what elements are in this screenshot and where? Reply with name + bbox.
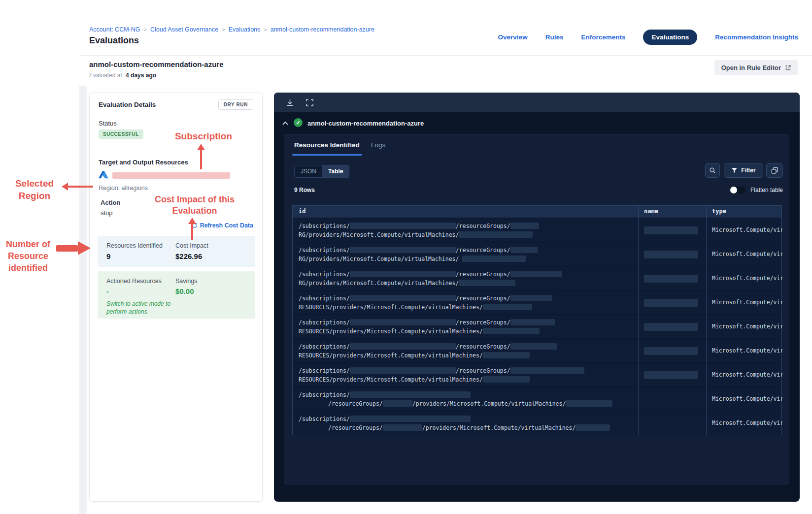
redacted-value: [462, 256, 526, 262]
actioned-resources-label: Actioned Resources: [106, 278, 162, 285]
results-inner-card: Resources Identified Logs JSON Table Fil…: [284, 134, 789, 484]
run-title: anmol-custom-recommendation-azure: [307, 120, 424, 127]
view-toggle-json[interactable]: JSON: [295, 165, 322, 177]
view-toggle-table[interactable]: Table: [322, 165, 349, 177]
action-value: stop: [101, 209, 113, 217]
redacted-value: [459, 231, 533, 238]
collapse-chevron-icon[interactable]: [282, 121, 288, 125]
column-header-name[interactable]: name: [638, 206, 706, 218]
filter-button[interactable]: Filter: [724, 163, 763, 178]
redacted-value: [510, 367, 584, 374]
column-separator: [706, 206, 707, 435]
status-badge: SUCCESSFUL: [99, 129, 143, 139]
column-header-type[interactable]: type: [706, 206, 782, 218]
nav-tab-evaluations[interactable]: Evaluations: [643, 30, 697, 45]
nav-tab-enforcements[interactable]: Enforcements: [581, 33, 625, 41]
cell-id: /subscriptions//resourceGroups/RG/provid…: [293, 267, 638, 290]
table-row[interactable]: /subscriptions//resourceGroups/RG/provid…: [293, 243, 781, 266]
table-row[interactable]: /subscriptions//resourceGroups/RESOURCES…: [293, 291, 781, 314]
redacted-value: [483, 328, 540, 334]
copy-button[interactable]: [766, 163, 783, 178]
cell-type: Microsoft.Compute/virtu: [706, 243, 782, 266]
copy-icon: [771, 167, 778, 174]
cell-type: Microsoft.Compute/virtu: [706, 291, 782, 314]
annotation-arrow-left-icon: [62, 183, 68, 191]
text-line: Number of: [0, 238, 56, 250]
redacted-value: [350, 343, 456, 350]
region-text: Region: allregions: [99, 185, 148, 192]
view-toggle: JSON Table: [294, 165, 349, 178]
redacted-name: [644, 226, 698, 234]
open-rule-editor-button[interactable]: Open in Rule Editor: [714, 60, 798, 75]
cell-type: Microsoft.Compute/virtu: [706, 340, 782, 362]
cell-name: [638, 243, 706, 266]
redacted-value: [566, 400, 612, 407]
tab-resources-identified[interactable]: Resources Identified: [294, 141, 360, 149]
download-icon[interactable]: [285, 97, 295, 107]
cell-type: Microsoft.Compute/virtu: [706, 316, 782, 338]
nav-tab-recommendation-insights[interactable]: Recommendation Insights: [715, 33, 798, 41]
table-row[interactable]: /subscriptions//resourceGroups//provider…: [293, 412, 781, 435]
table-row[interactable]: /subscriptions//resourceGroups/RG/provid…: [293, 219, 781, 242]
dry-run-badge: DRY RUN: [218, 99, 253, 110]
text-line: Region: [3, 190, 66, 202]
search-icon: [709, 167, 716, 174]
tab-logs[interactable]: Logs: [371, 141, 385, 149]
evaluation-details-card: Evaluation Details DRY RUN Status SUCCES…: [89, 93, 263, 502]
text-line: Resource: [0, 250, 56, 262]
cell-type: Microsoft.Compute/virtu: [706, 412, 782, 435]
table-row[interactable]: /subscriptions//resourceGroups//provider…: [293, 388, 781, 411]
refresh-icon: [192, 223, 198, 228]
redacted-name: [644, 323, 698, 331]
refresh-cost-data-link[interactable]: Refresh Cost Data: [192, 222, 253, 229]
fullscreen-icon[interactable]: [304, 97, 314, 107]
table-row[interactable]: /subscriptions//resourceGroups/RESOURCES…: [293, 316, 781, 338]
breadcrumb-item[interactable]: Account: CCM-NG: [89, 26, 140, 33]
breadcrumb-item[interactable]: anmol-custom-recommendation-azure: [271, 26, 374, 33]
text-line: perform actions: [106, 308, 170, 316]
table-row[interactable]: /subscriptions//resourceGroups/RG/provid…: [293, 267, 781, 290]
breadcrumb: Account: CCM-NG>Cloud Asset Governance>E…: [89, 26, 374, 33]
redacted-value: [459, 280, 515, 286]
actioned-savings-box: Actioned Resources - Savings $0.00 Switc…: [98, 271, 255, 319]
redacted-value: [483, 376, 530, 383]
evaluated-at: Evaluated at:4 days ago: [89, 72, 156, 79]
redacted-value: [350, 295, 456, 301]
external-link-icon: [785, 64, 791, 71]
cell-name: [638, 291, 706, 314]
cell-name: [638, 388, 706, 411]
subscription-redacted-bar: [112, 172, 230, 179]
annotation-number-of-resources: Number ofResourceidentified: [0, 238, 56, 274]
flatten-table-toggle[interactable]: [731, 187, 745, 193]
redacted-name: [644, 251, 698, 258]
nav-tab-overview[interactable]: Overview: [498, 33, 528, 41]
breadcrumb-item[interactable]: Cloud Asset Governance: [150, 26, 218, 33]
cell-name: [638, 219, 706, 242]
column-header-id[interactable]: id: [293, 206, 638, 218]
redacted-value: [575, 424, 610, 431]
annotation-selected-region: SelectedRegion: [3, 177, 66, 202]
cost-impact-value: $226.96: [175, 252, 202, 260]
table-row[interactable]: /subscriptions//resourceGroups/RESOURCES…: [293, 364, 781, 386]
savings-label: Savings: [175, 278, 197, 285]
redacted-value: [483, 304, 532, 310]
redacted-value: [510, 247, 538, 253]
cell-name: [638, 316, 706, 338]
redacted-value: [510, 343, 557, 350]
nav-tab-rules[interactable]: Rules: [545, 33, 564, 41]
action-label: Action: [101, 199, 120, 206]
page-title: Evaluations: [89, 35, 139, 46]
card-divider: [99, 149, 253, 149]
table-body: /subscriptions//resourceGroups/RG/provid…: [293, 219, 781, 435]
breadcrumb-item[interactable]: Evaluations: [229, 26, 261, 33]
search-button[interactable]: [705, 163, 720, 178]
open-rule-editor-label: Open in Rule Editor: [721, 64, 781, 71]
status-label: Status: [99, 120, 117, 127]
breadcrumb-separator-icon: >: [264, 27, 267, 32]
rows-count: 9 Rows: [294, 187, 315, 193]
filter-label: Filter: [741, 167, 755, 174]
table-row[interactable]: /subscriptions//resourceGroups/RESOURCES…: [293, 340, 781, 362]
cell-id: /subscriptions//resourceGroups//provider…: [293, 412, 638, 435]
switch-mode-note: Switch to active mode toperform actions: [106, 300, 170, 316]
resources-identified-label: Resources Identified: [106, 242, 163, 249]
